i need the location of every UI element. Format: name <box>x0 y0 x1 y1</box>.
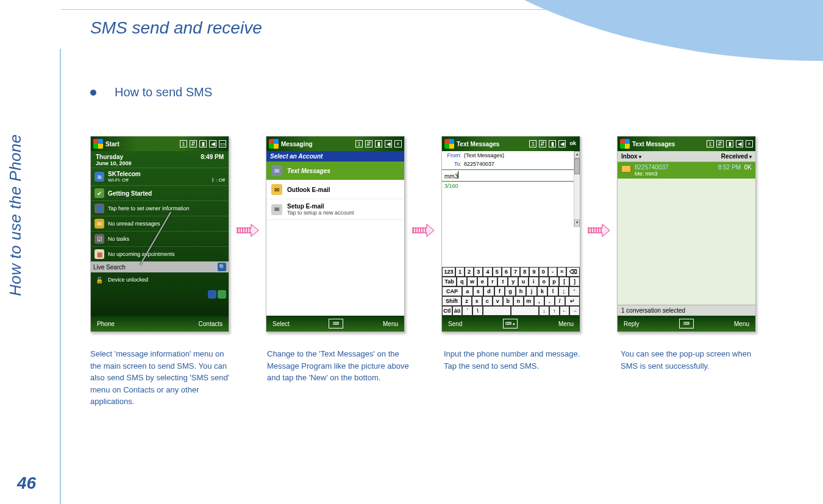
keyboard-key[interactable]: , <box>534 296 544 306</box>
sort-dropdown[interactable]: Received <box>721 153 752 160</box>
keyboard-key[interactable]: ← <box>560 306 570 316</box>
messages-item[interactable]: No unread messages <box>108 221 160 227</box>
close-icon[interactable]: × <box>394 140 402 147</box>
keyboard-key[interactable]: CAP <box>442 286 462 296</box>
account-setup-email[interactable]: ✉ Setup E-mail Tap to setup a new accoun… <box>266 199 404 220</box>
softkey-send[interactable]: Send <box>448 321 462 327</box>
keyboard-key[interactable]: 9 <box>529 267 538 277</box>
keyboard-key[interactable]: ↓ <box>539 306 549 316</box>
keyboard-key[interactable]: j <box>526 286 537 296</box>
softkey-menu[interactable]: Menu <box>383 321 398 327</box>
scrollbar[interactable]: ▴ ▾ <box>574 151 580 227</box>
keyboard-key[interactable] <box>511 306 539 316</box>
keyboard-key[interactable]: x <box>472 296 482 306</box>
softkey-select[interactable]: Select <box>273 321 290 327</box>
keyboard-key[interactable]: ' <box>569 286 580 296</box>
keyboard-key[interactable]: ; <box>558 286 569 296</box>
keyboard-key[interactable]: ] <box>569 277 580 286</box>
keyboard-key[interactable]: e <box>477 277 488 286</box>
keyboard-key[interactable]: q <box>457 277 467 286</box>
keyboard-key[interactable]: c <box>482 296 493 306</box>
keyboard-key[interactable]: z <box>461 296 472 306</box>
keyboard-key[interactable]: Tab <box>442 277 457 286</box>
from-value[interactable]: (Text Messages) <box>464 152 504 158</box>
keyboard-key[interactable]: . <box>544 296 555 306</box>
keyboard-key[interactable]: 2 <box>465 267 474 277</box>
tray-icon-2[interactable] <box>218 290 226 299</box>
keyboard-key[interactable]: áü <box>452 306 463 316</box>
keyboard-key[interactable]: → <box>569 306 580 316</box>
keyboard-key[interactable]: Shift <box>442 296 461 306</box>
keyboard-key[interactable]: 1 <box>455 267 465 277</box>
softkey-contacts[interactable]: Contacts <box>199 321 223 327</box>
wifi-status[interactable]: Wi-Fi: Off <box>108 177 129 183</box>
live-search-button[interactable]: 🔍 <box>218 263 226 271</box>
tasks-item[interactable]: No tasks <box>108 236 129 242</box>
keyboard-key[interactable]: k <box>537 286 548 296</box>
folder-dropdown[interactable]: Inbox <box>621 153 641 160</box>
keyboard-key[interactable]: 0 <box>539 267 548 277</box>
keyboard-key[interactable]: h <box>516 286 527 296</box>
keyboard-key[interactable]: 123 <box>442 267 455 277</box>
device-lock-item[interactable]: Device unlocked <box>108 277 148 283</box>
keyboard-key[interactable]: ⌫ <box>566 267 580 277</box>
keyboard-key[interactable]: g <box>505 286 516 296</box>
message-row[interactable]: 8225740037 8:52 PM 0K Me: mm3 <box>618 162 755 179</box>
keyboard-key[interactable]: 7 <box>511 267 520 277</box>
keyboard-key[interactable]: u <box>518 277 529 286</box>
scroll-thumb[interactable] <box>574 158 580 174</box>
keyboard-key[interactable]: 8 <box>520 267 529 277</box>
carrier-label[interactable]: SKTelecom <box>108 171 225 177</box>
close-icon[interactable]: × <box>746 140 753 147</box>
scroll-down-button[interactable]: ▾ <box>574 219 580 227</box>
keyboard-key[interactable]: 6 <box>502 267 511 277</box>
keyboard-key[interactable]: b <box>503 296 513 306</box>
keyboard-key[interactable]: l <box>547 286 558 296</box>
keyboard-key[interactable]: i <box>529 277 539 286</box>
keyboard-key[interactable]: f <box>494 286 505 296</box>
tray-icon-1[interactable] <box>208 290 216 299</box>
keyboard-key[interactable]: r <box>488 277 498 286</box>
scroll-up-button[interactable]: ▴ <box>574 151 580 158</box>
keyboard-key[interactable]: m <box>524 296 534 306</box>
keyboard-key[interactable]: a <box>462 286 473 296</box>
getting-started-item[interactable]: Getting Started <box>108 190 152 197</box>
keyboard-icon[interactable]: ⌨ <box>679 319 694 328</box>
live-search-label[interactable]: Live Search <box>93 264 126 271</box>
keyboard-icon[interactable]: ⌨ <box>329 319 343 328</box>
owner-info-item[interactable]: Tap here to set owner information <box>108 205 190 211</box>
keyboard-key[interactable]: ↑ <box>549 306 560 316</box>
on-screen-keyboard[interactable]: 1231234567890-=⌫Tabqwertyuiop[]CAPasdfgh… <box>442 267 580 316</box>
account-outlook[interactable]: ✉ Outlook E-mail <box>266 180 404 199</box>
softkey-phone[interactable]: Phone <box>97 321 115 327</box>
keyboard-key[interactable] <box>483 306 511 316</box>
message-field[interactable]: mm3 <box>444 173 458 180</box>
keyboard-key[interactable]: ` <box>462 306 472 316</box>
softkey-menu[interactable]: Menu <box>734 321 749 327</box>
account-text-messages[interactable]: ✉ Text Messages <box>266 161 404 180</box>
bt-status[interactable]: : Off <box>216 177 225 183</box>
keyboard-key[interactable]: w <box>467 277 477 286</box>
keyboard-key[interactable]: ↵ <box>565 296 580 306</box>
keyboard-key[interactable]: [ <box>559 277 569 286</box>
ok-button[interactable]: ok <box>568 140 577 147</box>
softkey-menu[interactable]: Menu <box>558 321 574 327</box>
keyboard-icon[interactable]: ⌨ ▴ <box>503 319 518 328</box>
keyboard-key[interactable]: s <box>473 286 484 296</box>
keyboard-key[interactable]: n <box>513 296 524 306</box>
keyboard-key[interactable]: 3 <box>474 267 483 277</box>
softkey-reply[interactable]: Reply <box>624 321 640 327</box>
keyboard-key[interactable]: d <box>483 286 494 296</box>
keyboard-key[interactable]: = <box>557 267 566 277</box>
keyboard-key[interactable]: p <box>549 277 560 286</box>
keyboard-key[interactable]: o <box>539 277 549 286</box>
keyboard-key[interactable]: v <box>493 296 503 306</box>
keyboard-key[interactable]: - <box>548 267 557 277</box>
appointments-item[interactable]: No upcoming appointments <box>108 251 175 257</box>
keyboard-key[interactable]: 5 <box>493 267 502 277</box>
keyboard-key[interactable]: \ <box>472 306 483 316</box>
keyboard-key[interactable]: Ctl <box>442 306 452 316</box>
keyboard-key[interactable]: t <box>497 277 508 286</box>
keyboard-key[interactable]: y <box>508 277 518 286</box>
keyboard-key[interactable]: 4 <box>483 267 492 277</box>
